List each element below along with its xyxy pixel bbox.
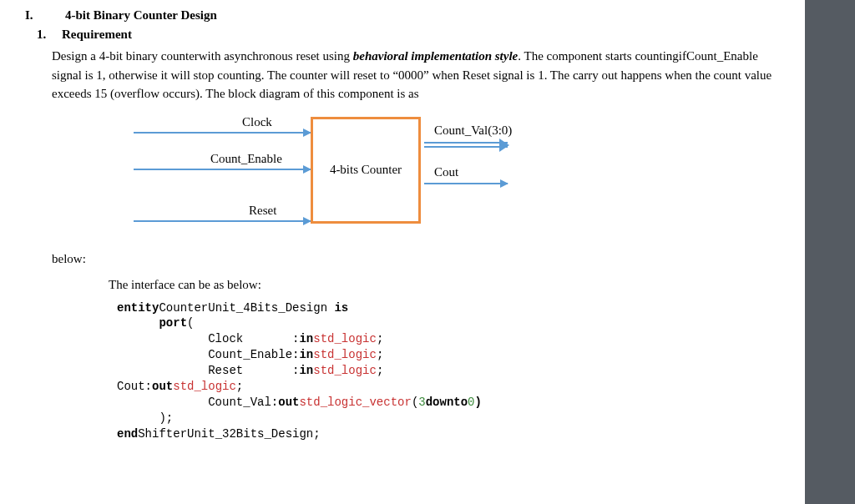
label-cout: Cout — [434, 164, 458, 181]
section-title: 4-bit Binary Counter Design — [65, 7, 217, 24]
label-count-enable: Count_Enable — [210, 150, 282, 168]
viewer-sidebar — [805, 0, 855, 504]
para-text-a: Design a 4-bit binary counterwith asynch… — [52, 49, 353, 63]
label-clock: Clock — [242, 113, 272, 131]
subsection-title: Requirement — [62, 26, 132, 43]
label-reset: Reset — [249, 202, 276, 219]
arrow-cout — [424, 183, 508, 184]
counter-block: 4-bits Counter — [311, 117, 421, 224]
arrow-clock — [134, 132, 311, 134]
subsection-number: 1. — [37, 26, 62, 43]
block-label: 4-bits Counter — [330, 161, 402, 179]
vhdl-code-block: entityCounterUnit_4Bits_Design is port( … — [117, 300, 780, 442]
section-heading: I. 4-bit Binary Counter Design — [25, 7, 780, 24]
arrow-count-enable — [134, 169, 311, 170]
document-page: I. 4-bit Binary Counter Design 1. Requir… — [0, 0, 805, 504]
subsection-heading: 1. Requirement — [37, 26, 780, 43]
requirement-paragraph: Design a 4-bit binary counterwith asynch… — [52, 47, 780, 103]
section-number: I. — [25, 7, 50, 24]
block-diagram: Clock Count_Enable Reset 4-bits Counter … — [125, 112, 780, 245]
interface-intro: The interface can be as below: — [109, 276, 780, 294]
arrow-reset — [134, 220, 311, 222]
label-count-val: Count_Val(3:0) — [434, 122, 512, 139]
below-label: below: — [52, 250, 780, 268]
para-emphasis: behavioral implementation style — [353, 49, 519, 63]
